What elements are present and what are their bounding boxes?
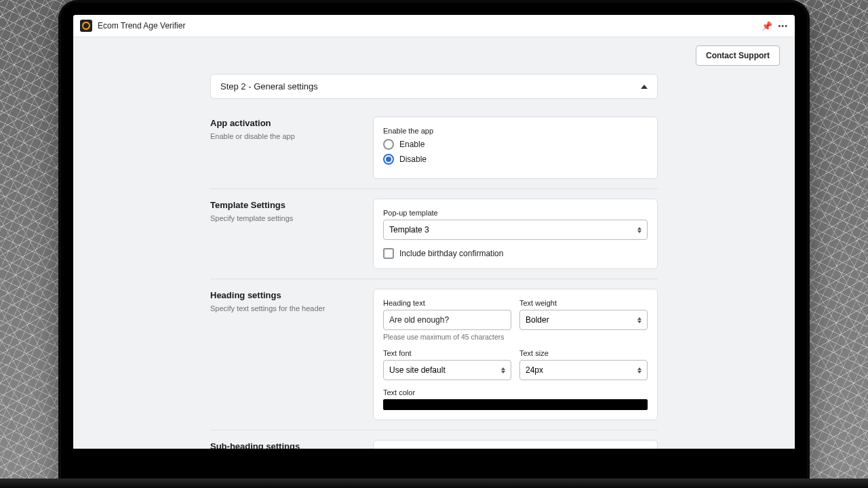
app-header: Ecom Trend Age Verifier 📌 •••	[73, 15, 795, 37]
app-title: Ecom Trend Age Verifier	[98, 21, 185, 30]
heading-weight-label: Text weight	[519, 299, 648, 307]
chevron-updown-icon	[637, 227, 642, 233]
section-title: Template Settings	[210, 200, 359, 210]
popup-template-label: Pop-up template	[383, 209, 648, 217]
heading-weight-select[interactable]: Bolder	[519, 310, 648, 330]
heading-font-label: Text font	[383, 349, 511, 357]
section-title: App activation	[210, 118, 359, 128]
heading-text-input[interactable]: Are old enough?	[383, 310, 511, 330]
chevron-updown-icon	[637, 367, 642, 373]
collapse-icon	[641, 85, 648, 89]
enable-app-label: Enable the app	[383, 127, 648, 135]
section-title: Sub-heading settings	[210, 441, 359, 449]
section-app-activation: App activation Enable or disable the app…	[210, 107, 658, 189]
app-logo-icon	[80, 20, 92, 32]
pin-icon[interactable]: 📌	[762, 21, 772, 31]
radio-enable[interactable]: Enable	[383, 139, 648, 150]
section-title: Heading settings	[210, 290, 359, 300]
section-desc: Specify text settings for the header	[210, 304, 359, 312]
section-heading-settings: Heading settings Specify text settings f…	[210, 279, 658, 430]
include-birthday-checkbox[interactable]: Include birthday confirmation	[383, 248, 648, 259]
contact-support-button[interactable]: Contact Support	[696, 45, 780, 66]
topbar: Contact Support	[73, 37, 795, 74]
chevron-updown-icon	[637, 317, 642, 323]
section-template-settings: Template Settings Specify template setti…	[210, 189, 658, 279]
section-subheading-settings: Sub-heading settings Specify text settin…	[210, 430, 658, 449]
section-desc: Specify template settings	[210, 214, 359, 222]
radio-icon	[383, 139, 394, 150]
step-title: Step 2 - General settings	[220, 81, 318, 92]
step-header[interactable]: Step 2 - General settings	[210, 74, 658, 99]
radio-disable[interactable]: Disable	[383, 154, 648, 165]
heading-text-label: Heading text	[383, 299, 511, 307]
chevron-updown-icon	[501, 367, 505, 373]
heading-size-select[interactable]: 24px	[519, 360, 648, 380]
radio-icon	[383, 154, 394, 165]
popup-template-select[interactable]: Template 3	[383, 220, 648, 240]
section-desc: Enable or disable the app	[210, 132, 359, 140]
heading-size-label: Text size	[519, 349, 648, 357]
heading-text-help: Please use maximum of 45 characters	[383, 333, 511, 341]
heading-color-label: Text color	[383, 388, 648, 396]
checkbox-icon	[383, 248, 394, 259]
heading-font-select[interactable]: Use site default	[383, 360, 511, 380]
heading-color-input[interactable]	[383, 399, 648, 410]
more-icon[interactable]: •••	[778, 22, 788, 30]
